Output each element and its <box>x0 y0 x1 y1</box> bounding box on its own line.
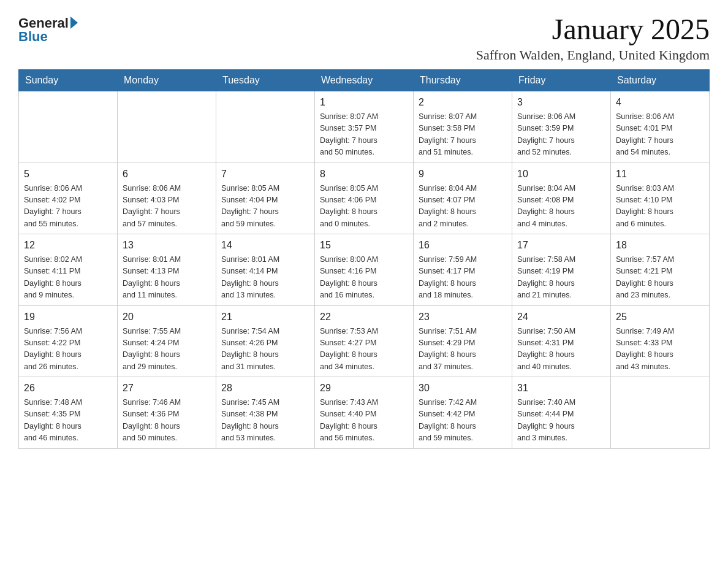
day-info: Sunrise: 7:43 AMSunset: 4:40 PMDaylight:… <box>320 398 378 442</box>
day-info: Sunrise: 7:57 AMSunset: 4:21 PMDaylight:… <box>616 255 674 299</box>
day-info: Sunrise: 8:06 AMSunset: 4:01 PMDaylight:… <box>616 112 674 156</box>
calendar-cell: 30Sunrise: 7:42 AMSunset: 4:42 PMDayligh… <box>414 377 512 449</box>
calendar-cell: 19Sunrise: 7:56 AMSunset: 4:22 PMDayligh… <box>19 305 118 377</box>
calendar-week-row: 26Sunrise: 7:48 AMSunset: 4:35 PMDayligh… <box>19 377 710 449</box>
logo: General Blue <box>18 12 78 45</box>
day-info: Sunrise: 8:06 AMSunset: 4:03 PMDaylight:… <box>123 184 181 228</box>
logo-arrow-icon <box>70 17 78 29</box>
day-info: Sunrise: 8:04 AMSunset: 4:07 PMDaylight:… <box>419 184 477 228</box>
day-number: 22 <box>320 310 408 324</box>
day-info: Sunrise: 7:46 AMSunset: 4:36 PMDaylight:… <box>123 398 181 442</box>
day-info: Sunrise: 7:58 AMSunset: 4:19 PMDaylight:… <box>517 255 575 299</box>
day-info: Sunrise: 7:53 AMSunset: 4:27 PMDaylight:… <box>320 327 378 371</box>
day-number: 12 <box>24 238 112 253</box>
day-info: Sunrise: 7:49 AMSunset: 4:33 PMDaylight:… <box>616 327 674 371</box>
day-info: Sunrise: 7:48 AMSunset: 4:35 PMDaylight:… <box>24 398 82 442</box>
calendar-cell <box>19 91 118 163</box>
day-number: 5 <box>24 167 112 182</box>
calendar-header-row: SundayMondayTuesdayWednesdayThursdayFrid… <box>19 70 710 91</box>
calendar-cell: 25Sunrise: 7:49 AMSunset: 4:33 PMDayligh… <box>611 305 710 377</box>
day-info: Sunrise: 7:59 AMSunset: 4:17 PMDaylight:… <box>419 255 477 299</box>
day-info: Sunrise: 8:02 AMSunset: 4:11 PMDaylight:… <box>24 255 82 299</box>
day-info: Sunrise: 8:05 AMSunset: 4:04 PMDaylight:… <box>221 184 279 228</box>
page-header: General Blue January 2025 Saffron Walden… <box>18 12 710 63</box>
calendar-cell <box>611 377 710 449</box>
day-number: 11 <box>616 167 704 182</box>
calendar-cell <box>216 91 315 163</box>
calendar-cell: 23Sunrise: 7:51 AMSunset: 4:29 PMDayligh… <box>414 305 512 377</box>
calendar-cell: 27Sunrise: 7:46 AMSunset: 4:36 PMDayligh… <box>118 377 216 449</box>
day-number: 1 <box>320 95 408 110</box>
day-info: Sunrise: 8:01 AMSunset: 4:14 PMDaylight:… <box>221 255 279 299</box>
day-number: 23 <box>419 310 507 324</box>
calendar-day-header: Monday <box>118 70 216 91</box>
calendar-cell: 6Sunrise: 8:06 AMSunset: 4:03 PMDaylight… <box>118 163 216 234</box>
day-number: 9 <box>419 167 507 182</box>
calendar-cell: 29Sunrise: 7:43 AMSunset: 4:40 PMDayligh… <box>315 377 414 449</box>
day-info: Sunrise: 8:01 AMSunset: 4:13 PMDaylight:… <box>123 255 181 299</box>
calendar-cell: 9Sunrise: 8:04 AMSunset: 4:07 PMDaylight… <box>414 163 512 234</box>
calendar-cell <box>118 91 216 163</box>
calendar-cell: 20Sunrise: 7:55 AMSunset: 4:24 PMDayligh… <box>118 305 216 377</box>
location-subtitle: Saffron Walden, England, United Kingdom <box>476 47 710 63</box>
day-number: 20 <box>123 310 211 324</box>
calendar-cell: 26Sunrise: 7:48 AMSunset: 4:35 PMDayligh… <box>19 377 118 449</box>
day-info: Sunrise: 8:06 AMSunset: 3:59 PMDaylight:… <box>517 112 575 156</box>
day-info: Sunrise: 7:51 AMSunset: 4:29 PMDaylight:… <box>419 327 477 371</box>
calendar-cell: 24Sunrise: 7:50 AMSunset: 4:31 PMDayligh… <box>512 305 611 377</box>
day-number: 21 <box>221 310 309 324</box>
calendar-table: SundayMondayTuesdayWednesdayThursdayFrid… <box>18 69 710 449</box>
calendar-day-header: Sunday <box>19 70 118 91</box>
day-number: 24 <box>517 310 605 324</box>
calendar-cell: 10Sunrise: 8:04 AMSunset: 4:08 PMDayligh… <box>512 163 611 234</box>
day-number: 26 <box>24 381 112 396</box>
calendar-cell: 2Sunrise: 8:07 AMSunset: 3:58 PMDaylight… <box>414 91 512 163</box>
day-number: 6 <box>123 167 211 182</box>
calendar-cell: 15Sunrise: 8:00 AMSunset: 4:16 PMDayligh… <box>315 234 414 306</box>
day-number: 16 <box>419 238 507 253</box>
calendar-cell: 17Sunrise: 7:58 AMSunset: 4:19 PMDayligh… <box>512 234 611 306</box>
month-title: January 2025 <box>476 12 710 46</box>
calendar-cell: 3Sunrise: 8:06 AMSunset: 3:59 PMDaylight… <box>512 91 611 163</box>
calendar-cell: 21Sunrise: 7:54 AMSunset: 4:26 PMDayligh… <box>216 305 315 377</box>
calendar-day-header: Wednesday <box>315 70 414 91</box>
calendar-cell: 16Sunrise: 7:59 AMSunset: 4:17 PMDayligh… <box>414 234 512 306</box>
day-number: 3 <box>517 95 605 110</box>
calendar-cell: 11Sunrise: 8:03 AMSunset: 4:10 PMDayligh… <box>611 163 710 234</box>
calendar-cell: 31Sunrise: 7:40 AMSunset: 4:44 PMDayligh… <box>512 377 611 449</box>
day-info: Sunrise: 8:07 AMSunset: 3:57 PMDaylight:… <box>320 112 378 156</box>
day-info: Sunrise: 7:45 AMSunset: 4:38 PMDaylight:… <box>221 398 279 442</box>
calendar-day-header: Saturday <box>611 70 710 91</box>
day-info: Sunrise: 7:56 AMSunset: 4:22 PMDaylight:… <box>24 327 82 371</box>
day-number: 19 <box>24 310 112 324</box>
calendar-week-row: 12Sunrise: 8:02 AMSunset: 4:11 PMDayligh… <box>19 234 710 306</box>
day-number: 2 <box>419 95 507 110</box>
calendar-cell: 8Sunrise: 8:05 AMSunset: 4:06 PMDaylight… <box>315 163 414 234</box>
day-number: 10 <box>517 167 605 182</box>
calendar-day-header: Thursday <box>414 70 512 91</box>
day-info: Sunrise: 7:40 AMSunset: 4:44 PMDaylight:… <box>517 398 575 442</box>
day-number: 18 <box>616 238 704 253</box>
day-info: Sunrise: 7:50 AMSunset: 4:31 PMDaylight:… <box>517 327 575 371</box>
day-number: 8 <box>320 167 408 182</box>
logo-blue-text: Blue <box>18 29 48 45</box>
day-number: 27 <box>123 381 211 396</box>
day-number: 15 <box>320 238 408 253</box>
day-info: Sunrise: 8:03 AMSunset: 4:10 PMDaylight:… <box>616 184 674 228</box>
calendar-cell: 7Sunrise: 8:05 AMSunset: 4:04 PMDaylight… <box>216 163 315 234</box>
calendar-cell: 5Sunrise: 8:06 AMSunset: 4:02 PMDaylight… <box>19 163 118 234</box>
calendar-week-row: 1Sunrise: 8:07 AMSunset: 3:57 PMDaylight… <box>19 91 710 163</box>
calendar-cell: 22Sunrise: 7:53 AMSunset: 4:27 PMDayligh… <box>315 305 414 377</box>
day-info: Sunrise: 7:42 AMSunset: 4:42 PMDaylight:… <box>419 398 477 442</box>
calendar-cell: 12Sunrise: 8:02 AMSunset: 4:11 PMDayligh… <box>19 234 118 306</box>
day-number: 30 <box>419 381 507 396</box>
day-number: 29 <box>320 381 408 396</box>
day-info: Sunrise: 8:07 AMSunset: 3:58 PMDaylight:… <box>419 112 477 156</box>
title-block: January 2025 Saffron Walden, England, Un… <box>476 12 710 63</box>
day-number: 4 <box>616 95 704 110</box>
day-number: 25 <box>616 310 704 324</box>
day-info: Sunrise: 8:06 AMSunset: 4:02 PMDaylight:… <box>24 184 82 228</box>
calendar-cell: 1Sunrise: 8:07 AMSunset: 3:57 PMDaylight… <box>315 91 414 163</box>
calendar-week-row: 19Sunrise: 7:56 AMSunset: 4:22 PMDayligh… <box>19 305 710 377</box>
day-info: Sunrise: 7:54 AMSunset: 4:26 PMDaylight:… <box>221 327 279 371</box>
